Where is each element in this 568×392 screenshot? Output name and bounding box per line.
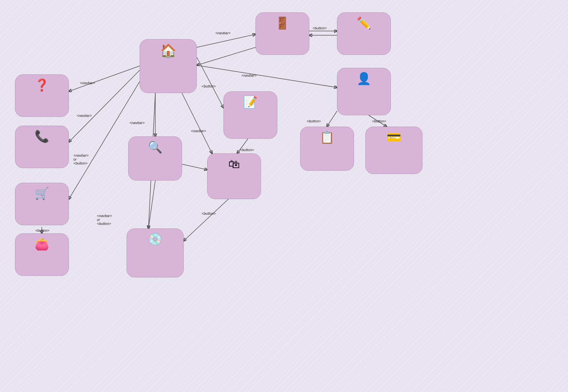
edge-label-navbar-login: <navbar>	[215, 31, 230, 35]
edge-label-button-register: <button>	[313, 26, 327, 30]
cart-icon: 🛒	[35, 188, 49, 199]
node-contact: 📞	[15, 126, 69, 168]
edge-label-button-store: <button>	[240, 148, 254, 152]
node-cart: 🛒	[15, 183, 69, 225]
node-product: 💿	[127, 228, 184, 277]
search-icon: 🔍	[148, 141, 162, 153]
node-login: 🚪	[255, 12, 309, 55]
node-search: 🔍	[128, 136, 182, 180]
edge-label-navbar-cart: <navbar>or<button>	[73, 153, 88, 165]
svg-line-5	[197, 57, 223, 108]
profile-icon: 👤	[357, 73, 371, 85]
svg-line-3	[197, 34, 255, 47]
store-icon: 🛍	[228, 158, 240, 170]
node-home: 🏠	[140, 39, 197, 93]
quiz-icon: 📝	[243, 96, 258, 108]
svg-line-4	[197, 65, 337, 87]
node-register: ✏️	[337, 12, 391, 55]
svg-line-1	[69, 70, 140, 142]
svg-line-15	[184, 199, 228, 241]
edge-label-navbarbtn-product: <navbar>or<button>	[97, 214, 112, 226]
product-icon: 💿	[148, 233, 162, 245]
edge-label-navbar-profile: <navbar>	[241, 73, 256, 77]
node-store: 🛍	[207, 153, 261, 199]
node-profile: 👤	[337, 68, 391, 115]
edge-label-button-orders: <button>	[307, 119, 321, 123]
home-icon: 🏠	[160, 44, 177, 57]
svg-line-0	[69, 66, 140, 91]
edge-label-navbar-store: <navbar>	[191, 129, 206, 133]
node-payment: 👛	[15, 233, 69, 276]
register-icon: ✏️	[357, 17, 371, 29]
edge-label-navbar-about: <navbar>	[80, 81, 95, 85]
node-payment-address: 💳	[365, 127, 422, 174]
svg-line-18	[182, 164, 207, 170]
svg-line-16	[148, 180, 155, 228]
node-orders: 📋	[300, 127, 354, 171]
about-icon: ❓	[35, 79, 49, 91]
payment-icon: 👛	[35, 238, 49, 250]
svg-line-12	[327, 111, 337, 127]
edge-label-button-payment: <button>	[35, 228, 49, 232]
orders-icon: 📋	[320, 132, 334, 143]
contact-icon: 📞	[35, 131, 49, 142]
svg-line-11	[197, 47, 255, 65]
edge-label-navbar-contact: <navbar>	[77, 114, 92, 118]
edge-label-button-payment-address: <button>	[372, 119, 386, 123]
edge-label-button-quiz: <button>	[202, 84, 216, 88]
edge-label-navbar-search: <navbar>	[130, 121, 145, 125]
edge-label-button-product: <button>	[202, 212, 216, 215]
login-icon: 🚪	[275, 17, 290, 29]
node-quiz: 📝	[223, 91, 277, 139]
payment-address-icon: 💳	[387, 132, 401, 143]
node-about: ❓	[15, 74, 69, 117]
